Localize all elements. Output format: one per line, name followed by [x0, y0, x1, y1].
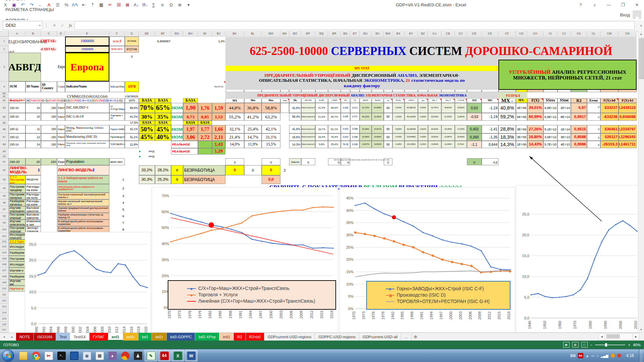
cell-BU84[interactable]: 48,100%	[360, 113, 372, 121]
cell-D96[interactable]: Изучим начальный эконометрический анализ…	[57, 199, 109, 206]
start-button[interactable]	[2, 350, 14, 362]
col-header-BF[interactable]: BF	[155, 31, 171, 37]
cell-CB84[interactable]: 57,203%	[441, 113, 455, 121]
cell-F93[interactable]: 1	[109, 175, 125, 184]
cell-CI83[interactable]: 6,8E+12	[543, 103, 557, 113]
col-header-CA[interactable]: CA	[428, 31, 441, 37]
sheet-tab-anl1[interactable]: anl1	[108, 333, 123, 341]
tray-expand-icon[interactable]: ▲	[586, 354, 589, 358]
cell-CK86[interactable]: 0,9515	[571, 125, 587, 133]
cell-BQ88[interactable]: 3,6%	[315, 141, 328, 148]
cell-E81[interactable]: СУММ(G59:G60;G62;G64)	[65, 95, 109, 98]
cell-B84[interactable]: 10	[25, 113, 41, 121]
col-header-BP[interactable]: BP	[301, 31, 315, 37]
row-header-109[interactable]: 109	[0, 280, 9, 286]
cell-E2[interactable]: 1000000	[65, 46, 109, 53]
ribbon-tab-вставка[interactable]: ВСТАВКА	[0, 0, 59, 4]
select-all-corner[interactable]	[0, 31, 9, 37]
autosum-icon[interactable]: ∑	[150, 1, 158, 8]
cell-CC82[interactable]: V=Sx/M	[455, 98, 467, 103]
cell-BG88[interactable]: РЕАЛЬНОЕ	[171, 141, 198, 148]
cell-CM84[interactable]: -633236	[600, 113, 619, 121]
cell-BS87[interactable]: 0,003	[341, 133, 350, 141]
scroll-up-icon[interactable]: ▲	[638, 31, 644, 37]
cell-BN92[interactable]: 2	[280, 165, 289, 175]
cell-BL83[interactable]: 36,8%	[244, 103, 262, 113]
app64-icon[interactable]: 64	[158, 350, 171, 361]
cell-BG86[interactable]: НОМ	[171, 125, 183, 133]
cell-CL82[interactable]: Error	[587, 98, 600, 103]
cell-E86[interactable]: Mining, Manufacturing, Utilities (ISIC	[65, 125, 109, 133]
row-header-105[interactable]: 105	[0, 256, 9, 261]
sort-az-icon[interactable]: A↓	[132, 1, 140, 8]
sheet-nav-left-icon[interactable]: ◂	[0, 333, 8, 341]
cell-BI84[interactable]: 0,85	[198, 113, 212, 121]
cell-BP86[interactable]: Эластичность=1	[301, 125, 315, 133]
cell-BJ1[interactable]: 1,2%	[212, 37, 225, 46]
cell-A86[interactable]: 150-11	[9, 125, 25, 133]
cell-CB82[interactable]: Max_T	[441, 98, 455, 103]
cell-BO88[interactable]: 14,3%	[289, 141, 301, 148]
close-icon[interactable]: ✕	[630, 0, 644, 9]
row-header-86[interactable]: 86	[0, 125, 9, 133]
cell-CG84[interactable]: 6E+06	[516, 113, 527, 121]
cell-G83[interactable]: 58,8%	[125, 103, 139, 113]
cell-BL84[interactable]: 41,2%	[244, 113, 262, 121]
col-header-E[interactable]: E	[65, 31, 109, 37]
cell-BL86[interactable]: 25,4%	[244, 125, 262, 133]
cell-A106[interactable]: Исследуе	[9, 261, 25, 267]
cell-D86[interactable]: Европа	[57, 125, 65, 133]
calculator-icon[interactable]: ▦	[94, 350, 106, 361]
cell-BK92[interactable]: 0	[225, 165, 244, 175]
cell-A108[interactable]: Разберём	[9, 274, 25, 280]
sheet-tab-r2[interactable]: R2	[234, 333, 246, 341]
cell-A95[interactable]: Построим начальн	[9, 193, 25, 199]
cell-BH93[interactable]: БЕЗРАБОТИЦА	[183, 175, 225, 184]
cell-CL87[interactable]: 0	[587, 133, 600, 141]
language-indicator[interactable]: EN	[571, 354, 576, 358]
cell-BI87[interactable]: 2,72	[198, 133, 212, 141]
cell-BH83[interactable]: 1,90	[183, 103, 198, 113]
sheet-tab-[interactable]: ГУЛАГ	[90, 333, 108, 341]
cell-CH88[interactable]: 14,43%	[527, 141, 543, 148]
cell-C91[interactable]: 150	[41, 158, 57, 165]
cell-BX88[interactable]: 0,118%	[392, 141, 405, 148]
cell-BY88[interactable]: 122,04821	[405, 141, 418, 148]
cell-G4[interactable]: 1970	[125, 81, 139, 92]
cell-CI82[interactable]: SSres	[543, 98, 557, 103]
cell-A94[interactable]: Построим предвар	[9, 184, 25, 193]
cell-BH85[interactable]: БАЗА	[183, 121, 198, 125]
restore-icon[interactable]: ❐	[616, 0, 630, 9]
cell-G3[interactable]: 0	[125, 53, 139, 81]
cell-F2[interactable]: млн.чел.	[109, 46, 125, 53]
row-header-84[interactable]: 84	[0, 113, 9, 121]
row-header-81[interactable]: 81	[0, 95, 9, 98]
cell-CE83[interactable]: -1,19	[482, 103, 498, 113]
row-header-88[interactable]: 88	[0, 141, 9, 148]
cell-C1[interactable]: МАСШТАБ:	[41, 37, 57, 46]
cell-BE92[interactable]: 33,2%	[139, 165, 155, 175]
cell-BO87[interactable]: 19,6%	[289, 133, 301, 141]
cell-CC88[interactable]: 8,791%	[455, 141, 467, 148]
view-layout-icon[interactable]: ▥	[572, 342, 579, 348]
cell-BW82[interactable]: N	[384, 98, 392, 103]
row-header-100[interactable]: 100	[0, 226, 9, 233]
cell-CC83[interactable]: 15,833%	[455, 103, 467, 113]
cell-BV88[interactable]: 14,843%	[372, 141, 384, 148]
col-header-D[interactable]: D	[57, 31, 65, 37]
cell-BG87[interactable]: НОМ	[171, 133, 183, 141]
sheet-tab-testsx[interactable]: TestSX	[70, 333, 89, 341]
view-pagebreak-icon[interactable]: ▢	[581, 342, 588, 348]
col-header-BO[interactable]: BO	[289, 31, 301, 37]
cell-BK82[interactable]: МХ	[225, 98, 244, 103]
cell-CA88[interactable]: 13,800%	[428, 141, 441, 148]
cell-BS86[interactable]: 0,003	[341, 125, 350, 133]
cell-BE87[interactable]: 45%	[139, 133, 155, 141]
cell-B83[interactable]: 10	[25, 103, 41, 113]
cell-CL88[interactable]: 0	[587, 141, 600, 148]
col-header-G[interactable]: G	[125, 31, 139, 37]
format-painter-icon[interactable]: A✎	[71, 1, 79, 8]
cell-D97[interactable]: Оценим предварительный дисперсионный ана…	[57, 206, 109, 213]
cell-BZ84[interactable]: 2,006%	[418, 113, 428, 121]
cell-BQ84[interactable]: 21,9%	[315, 113, 328, 121]
